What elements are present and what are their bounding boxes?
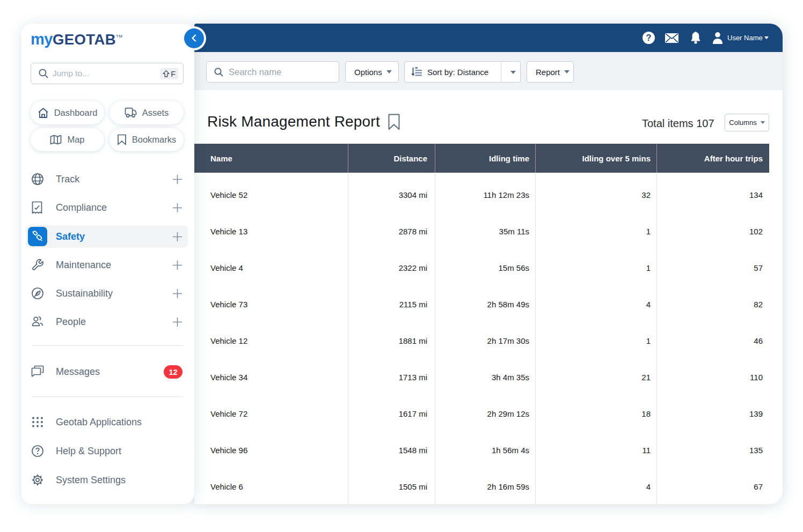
svg-text:?: ? xyxy=(646,33,652,42)
